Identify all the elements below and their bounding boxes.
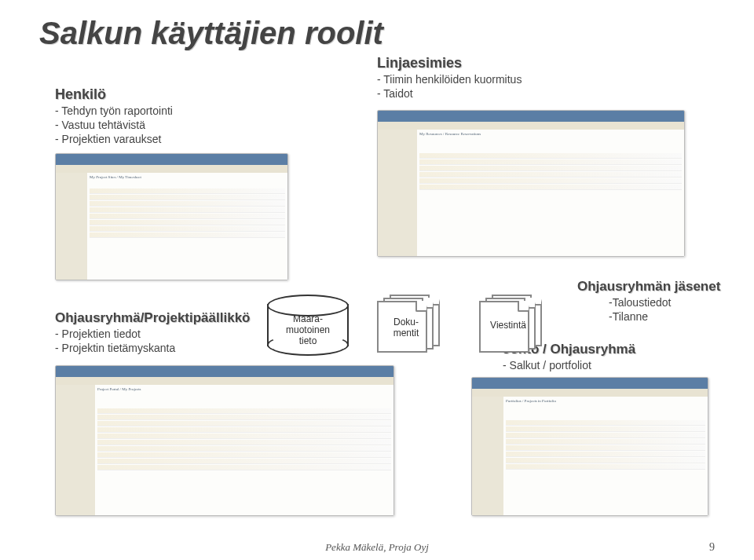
screenshot-top-right: My Resources / Resource Reservations: [377, 110, 685, 257]
role-jasenet-item1: -Taloustiedot: [577, 296, 734, 309]
datastore-label: Määrä- muotoinen tieto: [267, 313, 349, 346]
role-ohjausryhma-paallikko: Ohjausryhmä/Projektipäällikkö - Projekti…: [55, 310, 283, 354]
role-johto-item1: - Salkut / portfoliot: [503, 359, 707, 372]
role-jasenet-item2: -Tilanne: [577, 310, 734, 323]
screenshot-bottom-right: Portfolios / Projects in Portfolio: [471, 377, 708, 516]
screenshot-bottom-left: Project Portal / My Projects: [55, 365, 394, 516]
communication-label: Viestintä: [479, 320, 537, 331]
slide: Salkun käyttäjien roolit Henkilö - Tehdy…: [0, 0, 754, 560]
role-op-item1: - Projektien tiedot: [55, 328, 283, 340]
role-op-item2: - Projektin tietämyskanta: [55, 342, 283, 354]
role-henkilo-item3: - Projektien varaukset: [55, 133, 251, 145]
datastore-icon: Määrä- muotoinen tieto: [267, 295, 346, 356]
footer-text: Pekka Mäkelä, Proja Oyj: [0, 541, 754, 554]
role-henkilo-title: Henkilö: [55, 86, 251, 103]
screenshot-top-left: My Project Sites / My Timesheet: [55, 153, 288, 280]
role-linjaesimies: Linjaesimies - Tiimin henkilöiden kuormi…: [377, 55, 597, 100]
page-number: 9: [709, 541, 715, 554]
role-jasenet-title: Ohjausryhmän jäsenet: [577, 279, 734, 295]
role-henkilo-item2: - Vastuu tehtävistä: [55, 119, 251, 131]
role-linjaesimies-item2: - Taidot: [377, 87, 597, 100]
role-op-title: Ohjausryhmä/Projektipäällikkö: [55, 310, 283, 326]
role-henkilo-item1: - Tehdyn työn raportointi: [55, 104, 251, 117]
role-jasenet: Ohjausryhmän jäsenet -Taloustiedot -Tila…: [577, 279, 734, 323]
role-henkilo: Henkilö - Tehdyn työn raportointi - Vast…: [55, 86, 251, 145]
documents-label: Doku- mentit: [377, 317, 435, 339]
communication-icon: Viestintä: [479, 295, 550, 353]
slide-title: Salkun käyttäjien roolit: [39, 16, 715, 51]
role-linjaesimies-title: Linjaesimies: [377, 55, 597, 71]
documents-icon: Doku- mentit: [377, 295, 448, 353]
role-linjaesimies-item1: - Tiimin henkilöiden kuormitus: [377, 73, 597, 86]
